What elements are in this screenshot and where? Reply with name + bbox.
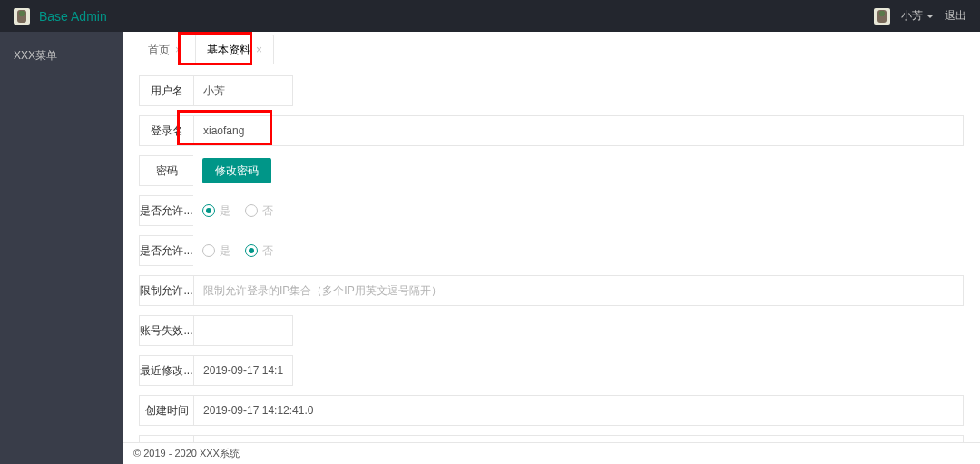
tab-home-label: 首页 [148, 35, 170, 64]
label-created: 创建时间 [139, 395, 193, 426]
user-menu[interactable]: 小芳 [901, 8, 934, 24]
footer: © 2019 - 2020 XXX系统 [122, 442, 980, 464]
close-icon[interactable]: × [175, 35, 181, 64]
label-updated: 更新时间 [139, 435, 193, 442]
input-iplimit[interactable] [193, 275, 964, 306]
main-area: 首页× 基本资料× 用户名 小芳 登录名 密码 修改密码 是否允许... 是 [122, 32, 980, 464]
label-allow2: 是否允许... [139, 235, 193, 266]
row-loginname: 登录名 [139, 115, 964, 146]
label-username: 用户名 [139, 75, 193, 106]
row-password: 密码 修改密码 [139, 155, 964, 186]
brand-name: Base Admin [39, 9, 107, 24]
row-lastmod: 最近修改... [139, 355, 964, 386]
label-loginname: 登录名 [139, 115, 193, 146]
row-allow1: 是否允许... 是 否 [139, 195, 964, 226]
radio-icon [202, 204, 215, 217]
radio-allow2-no[interactable]: 否 [245, 243, 273, 259]
radio-allow2-yes[interactable]: 是 [202, 243, 230, 259]
label-lastmod: 最近修改... [139, 355, 193, 386]
logo-icon [14, 8, 30, 25]
radio-allow1-yes[interactable]: 是 [202, 203, 230, 219]
label-password: 密码 [139, 155, 193, 186]
current-user: 小芳 [901, 9, 923, 22]
logout-link[interactable]: 退出 [945, 8, 966, 24]
caret-down-icon [926, 15, 934, 18]
input-loginname[interactable] [193, 115, 964, 146]
top-header: Base Admin 小芳 退出 [0, 0, 980, 32]
header-left: Base Admin [14, 8, 107, 25]
tab-home[interactable]: 首页× [136, 35, 193, 64]
input-created [193, 395, 964, 426]
label-allow1: 是否允许... [139, 195, 193, 226]
tab-profile[interactable]: 基本资料× [195, 35, 274, 64]
label-expire: 账号失效... [139, 315, 193, 346]
highlight-username [178, 64, 252, 65]
input-expire[interactable] [193, 315, 293, 346]
row-updated: 更新时间 [139, 435, 964, 442]
label-iplimit: 限制允许... [139, 275, 193, 306]
radio-icon [245, 244, 258, 257]
radio-allow1-no[interactable]: 否 [245, 203, 273, 219]
form-area: 用户名 小芳 登录名 密码 修改密码 是否允许... 是 否 是否允许... [122, 64, 980, 442]
radio-icon [202, 244, 215, 257]
sidebar-item-menu1[interactable]: XXX菜单 [0, 45, 122, 66]
tab-bar: 首页× 基本资料× [122, 32, 980, 64]
radio-icon [245, 204, 258, 217]
close-icon[interactable]: × [256, 35, 262, 64]
row-iplimit: 限制允许... [139, 275, 964, 306]
input-lastmod[interactable] [193, 355, 293, 386]
value-username: 小芳 [193, 75, 293, 106]
input-updated [193, 435, 964, 442]
header-right: 小芳 退出 [874, 8, 966, 25]
change-password-button[interactable]: 修改密码 [202, 158, 271, 183]
row-allow2: 是否允许... 是 否 [139, 235, 964, 266]
tab-profile-label: 基本资料 [207, 35, 250, 64]
row-expire: 账号失效... [139, 315, 964, 346]
sidebar: XXX菜单 [0, 32, 122, 464]
row-username: 用户名 小芳 [139, 75, 964, 106]
footer-text: © 2019 - 2020 XXX系统 [133, 447, 240, 460]
avatar-icon [874, 8, 890, 25]
row-created: 创建时间 [139, 395, 964, 426]
